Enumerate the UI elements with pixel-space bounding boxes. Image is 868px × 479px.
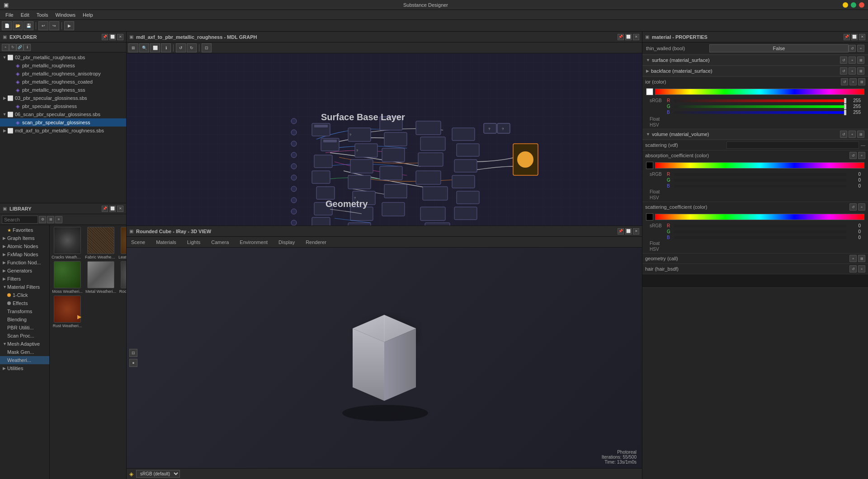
menu-tools[interactable]: Tools [33,11,52,19]
explorer-pin[interactable]: 📌 [102,34,108,40]
hair-btn2[interactable]: + [858,265,865,272]
lib-grid-item-fabric[interactable]: Fabric Weatheri... [85,227,117,259]
graph-close[interactable]: ✕ [633,34,639,40]
graph-pin[interactable]: 📌 [618,34,624,40]
sc-color-swatch[interactable] [646,213,653,221]
backface-header[interactable]: ▶ backface (material_surface) ↺ + ⊞ [642,66,868,76]
tree-item-mdl[interactable]: ▶ ⬜ mdl_axf_to_pbr_metallic_roughness.sb… [0,127,126,135]
lib-item-favorites[interactable]: ★ Favorites [0,226,49,234]
lib-item-pbr[interactable]: PBR Utiliti... [0,324,49,332]
abs-color-bar[interactable] [655,162,864,169]
view3d-float[interactable]: ⬜ [625,228,632,235]
search-input[interactable] [2,216,38,224]
volume-btn3[interactable]: ⊞ [857,131,864,138]
tab-materials[interactable]: Materials [154,239,178,246]
tree-item-specular-child[interactable]: ▶ ◈ pbr_specular_glossiness [0,102,126,110]
menu-edit[interactable]: Edit [17,11,33,19]
props-float[interactable]: ⬜ [851,34,858,40]
new-button[interactable]: 📄 [2,21,12,30]
lib-item-scan[interactable]: Scan Proc... [0,332,49,340]
maximize-button[interactable] [851,2,856,8]
explorer-float[interactable]: ⬜ [109,34,116,40]
lib-item-1click[interactable]: 1-Click [0,291,49,299]
ior-color-swatch[interactable] [646,88,653,95]
tree-item-anisotropy[interactable]: ▶ ◈ pbr_metallic_roughness_anisotropy [0,70,126,78]
lib-grid-item-moss[interactable]: Moss Weatheri... [52,261,83,294]
tab-display[interactable]: Display [277,239,297,246]
lib-item-mesh[interactable]: ▼ Mesh Adaptive [0,340,49,348]
geo-btn2[interactable]: ⊞ [858,255,865,262]
menu-help[interactable]: Help [79,11,97,19]
open-button[interactable]: 📂 [13,21,23,30]
ior-btn3[interactable]: ⊞ [858,78,865,85]
view3d-btn2[interactable]: ● [129,359,137,367]
menu-file[interactable]: File [2,11,17,19]
lib-item-blending[interactable]: Blending [0,315,49,324]
view3d-btn1[interactable]: ⊟ [129,349,137,357]
r-slider-ior[interactable] [674,99,846,102]
exp-add-btn[interactable]: + [2,44,9,51]
view3d-close[interactable]: ✕ [633,228,639,235]
lib-grid-item-cracks[interactable]: Cracks Weatheri... [52,227,83,259]
thin-walled-reset[interactable]: ↺ [849,45,856,52]
lib-item-mask[interactable]: Mask Gen... [0,348,49,356]
graph-float[interactable]: ⬜ [625,34,632,40]
b-slider-ior[interactable] [674,111,846,114]
lib-item-fxmap[interactable]: ▶ FxMap Nodes [0,250,49,258]
props-close[interactable]: ✕ [859,34,865,40]
ior-btn2[interactable]: + [849,78,857,85]
graph-tb1[interactable]: ⊞ [128,43,138,52]
ior-btn1[interactable]: ↺ [841,78,848,85]
library-float[interactable]: ⬜ [109,206,116,212]
thin-walled-add[interactable]: + [857,45,864,52]
tree-item-sss[interactable]: ▶ ◈ pbr_metallic_roughness_sss [0,86,126,94]
view3d-canvas[interactable]: ⊟ ● [127,248,642,468]
library-pin[interactable]: 📌 [102,206,108,212]
library-close[interactable]: ✕ [117,206,123,212]
lib-item-graph-items[interactable]: ▶ Graph Items [0,234,49,242]
graph-tb5[interactable]: ↺ [176,43,186,52]
exp-link-btn[interactable]: 🔗 [16,44,24,51]
r-slider-abs[interactable] [674,173,846,176]
backface-btn1[interactable]: ↺ [840,67,847,75]
graph-tb4[interactable]: ℹ [161,43,171,52]
sc-color-bar[interactable] [655,214,864,220]
graph-fit[interactable]: ⊡ [202,43,212,52]
graph-tb3[interactable]: ⬜ [150,43,160,52]
lib-item-function[interactable]: ▶ Function Nod... [0,258,49,267]
lib-item-effects[interactable]: Effects [0,299,49,307]
tree-item-pbr-child1[interactable]: ▶ ◈ pbr_metallic_roughness [0,61,126,70]
view3d-pin[interactable]: 📌 [618,228,624,235]
lib-item-filters[interactable]: ▶ Filters [0,275,49,283]
b-slider-abs[interactable] [674,185,846,188]
tree-item-scan-child[interactable]: ▶ ◈ scan_pbr_specular_glossiness [0,118,126,127]
lib-grid-item-rock[interactable]: Rock Weatheri... [118,261,126,294]
undo-button[interactable]: ↩ [38,21,48,30]
g-slider-abs[interactable] [674,179,846,182]
graph-tb6[interactable]: ↻ [187,43,197,52]
ior-color-bar[interactable] [655,89,864,95]
sc-btn1[interactable]: ↺ [849,203,857,211]
explorer-close[interactable]: ✕ [117,34,123,40]
minimize-button[interactable] [843,2,848,8]
lib-item-material-filters[interactable]: ▼ Material Filters [0,283,49,291]
abs-btn1[interactable]: ↺ [849,152,857,159]
lib-item-atomic-nodes[interactable]: ▶ Atomic Nodes [0,242,49,250]
tab-camera[interactable]: Camera [209,239,231,246]
g-slider-sc[interactable] [674,230,846,233]
exp-refresh-btn[interactable]: ↻ [9,44,16,51]
graph-tb2[interactable]: 🔍 [139,43,149,52]
prop-val-thin-walled[interactable]: False [709,44,849,52]
tab-renderer[interactable]: Renderer [304,239,328,246]
lib-item-weathering[interactable]: Weatheri... [0,356,49,364]
play-button[interactable]: ▶ [64,21,74,30]
redo-button[interactable]: ↪ [49,21,59,30]
colorspace-select[interactable]: sRGB (default) [136,470,180,478]
sc-btn2[interactable]: + [858,203,865,211]
surface-btn1[interactable]: ↺ [840,56,847,64]
lib-filter-btn[interactable]: ⚙ [39,216,46,223]
tree-item-pbr-metallic[interactable]: ▼ ⬜ 02_pbr_metallic_roughness.sbs [0,53,126,61]
tab-lights[interactable]: Lights [185,239,202,246]
graph-canvas[interactable]: ? ? ? [127,53,642,225]
surface-btn3[interactable]: ⊞ [857,56,864,64]
